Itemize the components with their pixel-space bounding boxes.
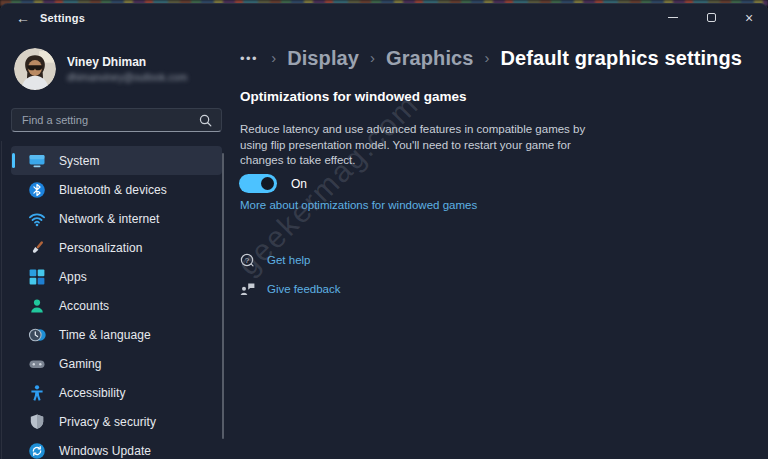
optimization-toggle-row: On [239, 174, 307, 193]
optimization-toggle[interactable] [239, 174, 277, 193]
toggle-knob [261, 177, 274, 190]
svg-text:?: ? [245, 256, 250, 265]
sidebar-item-label: Gaming [59, 357, 102, 371]
user-profile[interactable]: Viney Dhiman dhimanviney@outlook.com [14, 47, 224, 91]
sidebar-item-label: Privacy & security [59, 415, 156, 429]
sidebar-item-label: Network & internet [59, 212, 160, 226]
section-heading: Optimizations for windowed games [240, 89, 467, 104]
back-button[interactable]: ← [8, 5, 38, 31]
breadcrumb: ••• › Display › Graphics › Default graph… [238, 45, 742, 71]
accessibility-person-icon [28, 384, 46, 402]
app-title: Settings [40, 12, 85, 24]
shield-icon [28, 413, 46, 431]
update-arrows-icon [28, 442, 46, 459]
settings-window: ← Settings × [0, 3, 768, 459]
sidebar-item-privacy-security[interactable]: Privacy & security [11, 407, 222, 436]
sidebar-item-windows-update[interactable]: Windows Update [11, 436, 222, 459]
sidebar-item-label: Personalization [59, 241, 143, 255]
person-icon [28, 297, 46, 315]
sidebar-item-label: System [59, 154, 100, 168]
chevron-right-icon: › [271, 49, 276, 68]
sidebar-item-system[interactable]: System [11, 146, 222, 175]
avatar-photo [14, 48, 56, 90]
sidebar-item-label: Accessibility [59, 386, 126, 400]
sidebar-item-personalization[interactable]: Personalization [11, 233, 222, 262]
breadcrumb-item-graphics[interactable]: Graphics [386, 47, 474, 70]
maximize-icon [707, 13, 716, 22]
search-input[interactable] [12, 114, 198, 126]
sidebar-nav: System Bluetooth & devices Network & int… [11, 146, 222, 459]
sidebar-item-label: Windows Update [59, 444, 151, 458]
apps-grid-icon [28, 268, 46, 286]
breadcrumb-ellipsis-button[interactable]: ••• [238, 51, 260, 66]
search-box [11, 108, 222, 132]
gamepad-icon [28, 355, 46, 373]
profile-text: Viney Dhiman dhimanviney@outlook.com [67, 55, 187, 83]
sidebar-item-time-language[interactable]: Time & language [11, 320, 222, 349]
sidebar-item-label: Bluetooth & devices [59, 183, 167, 197]
sidebar-scrollbar[interactable] [222, 153, 224, 439]
sidebar-item-bluetooth-devices[interactable]: Bluetooth & devices [11, 175, 222, 204]
sidebar-item-label: Apps [59, 270, 87, 284]
get-help-label: Get help [267, 254, 310, 266]
close-button[interactable]: × [730, 3, 768, 32]
description-line: using flip presentation model. You'll ne… [240, 138, 585, 154]
maximize-button[interactable] [692, 3, 730, 32]
profile-name: Viney Dhiman [67, 55, 187, 69]
sidebar-item-gaming[interactable]: Gaming [11, 349, 222, 378]
page-title: Default graphics settings [501, 47, 742, 70]
help-circle-icon: ? [239, 252, 255, 268]
display-icon [28, 152, 46, 170]
get-help-link[interactable]: ? Get help [239, 252, 310, 268]
sidebar-item-accounts[interactable]: Accounts [11, 291, 222, 320]
sidebar-item-label: Time & language [59, 328, 151, 342]
learn-more-link[interactable]: More about optimizations for windowed ga… [240, 199, 477, 211]
screen: ← Settings × [0, 0, 768, 459]
toggle-state-label: On [291, 177, 307, 191]
sidebar-item-network-internet[interactable]: Network & internet [11, 204, 222, 233]
profile-email: dhimanviney@outlook.com [67, 72, 187, 83]
avatar [14, 48, 56, 90]
description-line: changes to take effect. [240, 153, 585, 169]
window-controls: × [654, 3, 768, 32]
give-feedback-link[interactable]: Give feedback [239, 281, 341, 297]
chevron-right-icon: › [370, 49, 375, 68]
sidebar-item-label: Accounts [59, 299, 109, 313]
chevron-right-icon: › [485, 49, 490, 68]
sidebar-item-apps[interactable]: Apps [11, 262, 222, 291]
minimize-button[interactable] [654, 3, 692, 32]
titlebar: ← Settings × [0, 3, 768, 33]
search-icon [198, 113, 213, 128]
sidebar-item-accessibility[interactable]: Accessibility [11, 378, 222, 407]
wifi-icon [28, 210, 46, 228]
breadcrumb-item-display[interactable]: Display [287, 47, 359, 70]
give-feedback-label: Give feedback [267, 283, 341, 295]
minimize-icon [668, 17, 678, 18]
brush-icon [28, 239, 46, 257]
feedback-person-icon [239, 281, 255, 297]
window-edge-highlight [1, 141, 2, 459]
section-description: Reduce latency and use advanced features… [240, 122, 585, 169]
bluetooth-icon [28, 181, 46, 199]
description-line: Reduce latency and use advanced features… [240, 122, 585, 138]
clock-globe-icon [28, 326, 46, 344]
